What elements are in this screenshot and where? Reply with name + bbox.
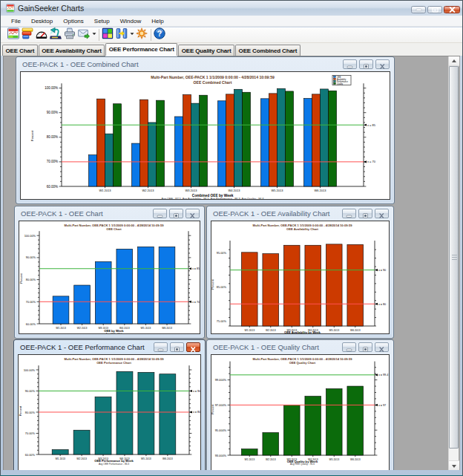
send-dropdown-button[interactable] <box>91 29 96 41</box>
child-minimize-button[interactable] <box>342 342 356 352</box>
child-close-button[interactable] <box>375 209 389 218</box>
bar-performance-1 <box>105 134 114 186</box>
control-chart-button[interactable] <box>7 28 20 42</box>
x-tick-label: W6 2013 <box>350 458 361 461</box>
bar-oee-4 <box>217 101 226 186</box>
maximize-button[interactable] <box>427 6 442 14</box>
chart-footer: Avg OEE Performance - 86.3 <box>99 463 129 466</box>
bar-availability-1 <box>241 252 257 326</box>
menu-item-options[interactable]: Options <box>58 17 89 25</box>
y-tick-label: 70.00% <box>25 431 36 435</box>
chart-canvas: Multi-Part Number, OEE-PACK 1 1/1/2009 0… <box>211 354 390 470</box>
bar-oee-1 <box>88 155 96 186</box>
minimize-icon <box>154 212 166 220</box>
settings-button[interactable] <box>135 28 148 42</box>
tab-oee-performance-chart[interactable]: OEE Performance Chart <box>105 43 177 56</box>
print-button[interactable] <box>63 28 76 42</box>
child-minimize-button[interactable] <box>154 342 168 352</box>
child-window-oee-quality-chart[interactable]: OEE-PACK 1 - OEE Quality ChartMulti-Part… <box>206 339 394 470</box>
tile-windows-button[interactable] <box>101 28 114 42</box>
minimize-button[interactable] <box>411 6 426 14</box>
bar-availability-6 <box>312 94 320 186</box>
child-minimize-button[interactable] <box>342 209 356 218</box>
child-restore-button[interactable] <box>169 209 183 218</box>
ref-line-label: x = 85 <box>367 123 376 127</box>
tab-oee-combined-chart[interactable]: OEE Combined Chart <box>235 45 301 56</box>
y-tick-label: 80.00% <box>47 135 58 139</box>
x-tick-label: W5 2013 <box>141 327 151 330</box>
menu-item-file[interactable]: File <box>6 17 26 25</box>
y-tick-label: 100.00% <box>24 368 36 372</box>
child-restore-button[interactable] <box>359 59 373 69</box>
tab-oee-quality-chart[interactable]: OEE Quality Chart <box>178 45 234 56</box>
send-button[interactable] <box>77 28 91 42</box>
bar-oee-3 <box>174 117 183 186</box>
sun-icon <box>136 27 148 42</box>
child-restore-button[interactable] <box>358 342 372 352</box>
child-minimize-button[interactable] <box>343 59 357 69</box>
bar-performance-6 <box>321 89 329 186</box>
y-tick-label: 90.00% <box>25 389 36 393</box>
x-tick-label: W4 2013 <box>228 189 240 192</box>
minimize-icon <box>343 212 355 220</box>
child-minimize-button[interactable] <box>153 209 167 218</box>
bar-performance-5 <box>138 372 154 454</box>
dashboard-gauge-button[interactable] <box>35 28 48 42</box>
child-close-button[interactable] <box>375 342 389 352</box>
toolbar-separator <box>151 29 151 41</box>
chart-header-line2: OEE Availability Chart <box>286 227 319 231</box>
app-titlebar[interactable]: GainSeeker Charts <box>1 1 462 16</box>
chart-header-line2: OEE Quality Chart <box>289 361 316 365</box>
send-mail-icon <box>78 27 90 42</box>
menu-item-desktop[interactable]: Desktop <box>26 17 58 25</box>
child-close-button[interactable] <box>186 342 200 352</box>
desktop-button[interactable] <box>49 28 62 42</box>
child-window-oee-combined-chart[interactable]: OEE-PACK 1 - OEE Combined ChartMulti-Par… <box>16 56 395 204</box>
minimize-icon <box>416 7 422 13</box>
x-tick-label: W2 2013 <box>266 329 276 332</box>
scroll-up-button[interactable] <box>449 56 459 66</box>
y-tick-label: 70.00% <box>26 300 36 304</box>
vertical-scrollbar[interactable] <box>448 56 459 470</box>
child-restore-button[interactable] <box>358 209 372 218</box>
bar-performance-1 <box>52 449 68 454</box>
child-window-oee-chart[interactable]: OEE-PACK 1 - OEE ChartMulti-Part Number,… <box>14 206 205 339</box>
x-tick-label: W6 2013 <box>350 329 361 332</box>
x-axis-title: Combined OEE by Week <box>192 194 234 198</box>
close-icon <box>375 212 388 220</box>
tab-oee-availability-chart[interactable]: OEE Availability Chart <box>39 45 105 56</box>
x-tick-label: W5 2013 <box>329 329 339 332</box>
y-tick-label: 100.00% <box>45 86 58 90</box>
restore-icon <box>360 62 372 71</box>
child-close-button[interactable] <box>185 209 200 218</box>
bar-quality-2 <box>157 100 165 186</box>
pareto-chart-button[interactable] <box>21 28 34 42</box>
chart-header-line2: OEE Performance Chart <box>96 361 131 365</box>
menu-item-setup[interactable]: Setup <box>89 17 115 25</box>
chart-header-line1: Multi-Part Number, OEE-PACK 1 1/1/2009 0… <box>151 75 275 79</box>
child-window-controls <box>154 342 200 352</box>
menu-item-help[interactable]: Help <box>146 17 168 25</box>
window-controls <box>411 6 460 14</box>
scrollbar-thumb[interactable] <box>449 66 459 449</box>
scroll-down-button[interactable] <box>449 460 459 470</box>
x-tick-label: W5 2013 <box>271 189 283 192</box>
arrange-windows-dropdown-button[interactable] <box>129 29 134 41</box>
y-tick-label: 95.000% <box>215 428 227 432</box>
child-window-controls <box>343 59 390 69</box>
child-close-button[interactable] <box>375 59 390 69</box>
close-button[interactable] <box>444 6 460 14</box>
child-window-oee-performance-chart[interactable]: OEE-PACK 1 - OEE Performance ChartMulti-… <box>13 339 206 470</box>
x-tick-label: W1 2013 <box>55 457 65 460</box>
child-window-oee-availability-chart[interactable]: OEE-PACK 1 - OEE Availability ChartMulti… <box>206 206 394 339</box>
help-button[interactable]: ? <box>153 28 166 42</box>
x-tick-label: W2 2013 <box>76 457 87 460</box>
chart-header-line1: Multi-Part Number, OEE-PACK 1 1/1/2009 0… <box>253 224 353 227</box>
arrange-windows-button[interactable] <box>115 28 128 42</box>
menu-item-window[interactable]: Window <box>115 17 146 25</box>
tab-oee-chart[interactable]: OEE Chart <box>2 45 38 56</box>
child-restore-button[interactable] <box>170 342 184 352</box>
ref-line-label: x = 90 <box>193 390 200 393</box>
bar-quality-5 <box>286 91 294 186</box>
restore-icon <box>359 345 372 353</box>
